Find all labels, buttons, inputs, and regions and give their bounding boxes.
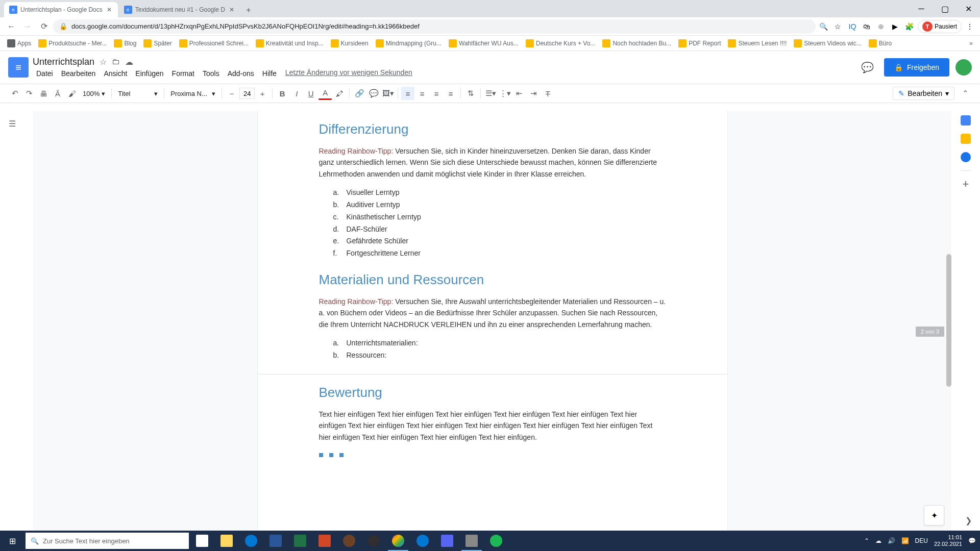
move-icon[interactable]: 🗀 <box>112 57 120 66</box>
align-center-button[interactable]: ≡ <box>415 87 429 100</box>
edge-icon[interactable] <box>239 531 263 551</box>
star-icon[interactable]: ☆ <box>832 20 844 33</box>
minimize-button[interactable]: ─ <box>910 0 933 17</box>
align-right-button[interactable]: ≡ <box>430 87 443 100</box>
menu-format[interactable]: Format <box>168 68 198 79</box>
bulleted-list-button[interactable]: ⋮▾ <box>498 87 511 100</box>
edge-icon[interactable] <box>410 531 435 551</box>
undo-button[interactable]: ↶ <box>8 87 21 100</box>
add-app-button[interactable]: + <box>961 179 971 189</box>
start-button[interactable]: ⊞ <box>0 531 24 551</box>
increase-indent-button[interactable]: ⇥ <box>527 87 540 100</box>
increase-font-button[interactable]: + <box>256 87 269 100</box>
language-indicator[interactable]: DEU <box>915 537 928 544</box>
bookmark-item[interactable]: Kreativität und Insp... <box>253 37 327 49</box>
print-button[interactable]: 🖶 <box>37 87 50 100</box>
last-change-link[interactable]: Letzte Änderung vor wenigen Sekunden <box>285 68 412 79</box>
taskbar-search[interactable]: 🔍 Zur Suche Text hier eingeben <box>26 533 189 549</box>
explore-button[interactable]: ✦ <box>924 505 944 525</box>
menu-edit[interactable]: Bearbeiten <box>58 68 100 79</box>
forward-button[interactable]: → <box>20 19 35 34</box>
document-title[interactable]: Unterrichtsplan <box>33 57 94 67</box>
numbered-list-button[interactable]: ☰▾ <box>484 87 497 100</box>
cloud-icon[interactable]: ☁ <box>125 57 133 67</box>
bookmark-item[interactable]: Büro <box>866 37 895 49</box>
horizontal-ruler[interactable] <box>0 103 980 111</box>
zoom-select[interactable]: 100%▾ <box>80 88 108 99</box>
bold-button[interactable]: B <box>276 87 289 100</box>
bookmark-item[interactable]: Steuern Videos wic... <box>791 37 865 49</box>
obs-icon[interactable] <box>361 531 386 551</box>
menu-view[interactable]: Ansicht <box>100 68 131 79</box>
italic-button[interactable]: I <box>290 87 303 100</box>
menu-file[interactable]: Datei <box>33 68 57 79</box>
tray-chevron-icon[interactable]: ⌃ <box>864 537 869 544</box>
bookmark-item[interactable]: Mindmapping (Gru... <box>373 37 445 49</box>
comments-button[interactable]: 💬 <box>857 57 878 78</box>
bookmark-item[interactable]: PDF Report <box>675 37 724 49</box>
reload-button[interactable]: ⟳ <box>37 19 51 34</box>
excel-icon[interactable] <box>288 531 312 551</box>
chrome-icon[interactable] <box>386 531 410 551</box>
new-tab-button[interactable]: + <box>241 3 256 17</box>
lettered-list[interactable]: a.Unterrichtsmaterialien: b.Ressourcen: <box>319 337 666 362</box>
volume-icon[interactable]: 🔊 <box>888 537 895 544</box>
file-explorer-icon[interactable] <box>214 531 239 551</box>
back-button[interactable]: ← <box>4 19 18 34</box>
notifications-icon[interactable]: 💬 <box>968 537 976 544</box>
bookmark-item[interactable]: Noch hochladen Bu... <box>599 37 674 49</box>
menu-tools[interactable]: Tools <box>199 68 223 79</box>
insert-image-button[interactable]: 🖼▾ <box>381 87 395 100</box>
menu-help[interactable]: Hilfe <box>259 68 280 79</box>
word-icon[interactable] <box>263 531 288 551</box>
task-view-button[interactable] <box>190 531 214 551</box>
spotify-icon[interactable] <box>484 531 508 551</box>
bookmark-item[interactable]: Blog <box>111 37 139 49</box>
font-size-input[interactable] <box>239 88 255 99</box>
keep-app-icon[interactable] <box>961 134 971 144</box>
align-left-button[interactable]: ≡ <box>401 87 414 100</box>
scrollbar-thumb[interactable] <box>946 254 951 387</box>
font-select[interactable]: Proxima N...▾ <box>167 88 218 99</box>
close-icon[interactable]: ✕ <box>106 6 113 13</box>
style-select[interactable]: Titel▾ <box>115 88 161 99</box>
highlight-button[interactable]: 🖍 <box>333 87 346 100</box>
editing-mode-select[interactable]: ✎ Bearbeiten ▾ <box>893 87 954 100</box>
menu-insert[interactable]: Einfügen <box>132 68 167 79</box>
share-button[interactable]: 🔒 Freigeben <box>884 58 949 77</box>
wifi-icon[interactable]: 📶 <box>901 537 909 544</box>
cloud-sync-icon[interactable]: ☁ <box>875 537 881 544</box>
calendar-app-icon[interactable] <box>961 115 971 126</box>
menu-addons[interactable]: Add-ons <box>224 68 258 79</box>
account-avatar[interactable] <box>955 59 972 76</box>
extension-icon[interactable]: ▶ <box>889 20 901 33</box>
bookmark-item[interactable]: Wahlfächer WU Aus... <box>446 37 522 49</box>
bookmark-item[interactable]: Steuern Lesen !!!! <box>725 37 790 49</box>
docs-home-button[interactable]: ≡ <box>8 57 29 78</box>
powerpoint-icon[interactable] <box>312 531 337 551</box>
section-heading[interactable]: Bewertung <box>319 385 666 400</box>
underline-button[interactable]: U <box>304 87 317 100</box>
bookmark-item[interactable]: Kursideen <box>328 37 372 49</box>
redo-button[interactable]: ↷ <box>22 87 36 100</box>
address-bar[interactable]: 🔒 docs.google.com/document/d/13phHZrxqnP… <box>53 19 816 34</box>
tasks-app-icon[interactable] <box>961 152 971 162</box>
paragraph[interactable]: Text hier einfügen Text hier einfügen Te… <box>319 409 666 443</box>
text-color-button[interactable]: A <box>318 87 332 100</box>
extensions-button[interactable]: 🧩 <box>903 20 916 33</box>
spellcheck-button[interactable]: Ă <box>51 87 64 100</box>
document-page[interactable]: Differenzierung Reading Rainbow-Tipp: Ve… <box>258 111 727 531</box>
maximize-button[interactable]: ▢ <box>933 0 957 17</box>
taskbar-clock[interactable]: 11:01 22.02.2021 <box>934 534 962 547</box>
section-heading[interactable]: Materialien und Ressourcen <box>319 272 666 288</box>
app-icon[interactable] <box>435 531 459 551</box>
bookmark-item[interactable]: Später <box>140 37 175 49</box>
apps-bookmark[interactable]: Apps <box>4 37 34 49</box>
outline-toggle-button[interactable]: ☰ <box>6 117 18 130</box>
profile-paused-badge[interactable]: T Pausiert <box>918 20 962 33</box>
app-icon[interactable] <box>337 531 361 551</box>
line-spacing-button[interactable]: ⇅ <box>464 87 477 100</box>
align-justify-button[interactable]: ≡ <box>444 87 457 100</box>
decrease-font-button[interactable]: − <box>225 87 238 100</box>
app-icon[interactable] <box>459 531 484 551</box>
